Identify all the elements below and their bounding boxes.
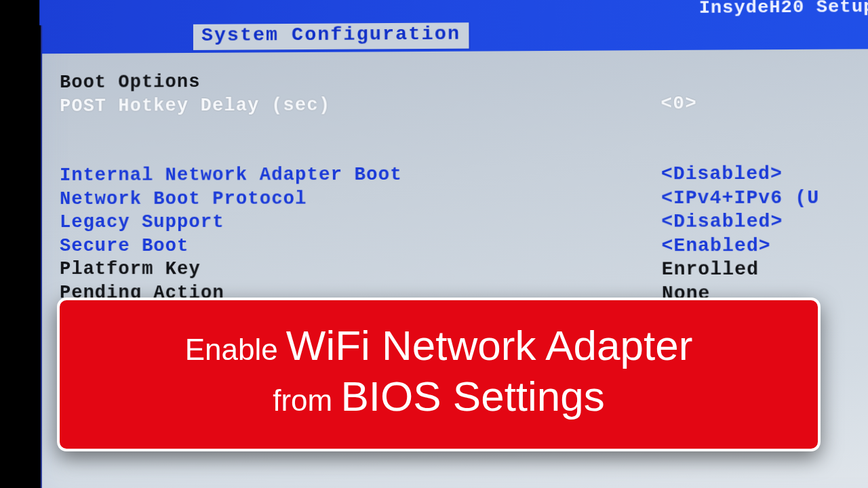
value-legacy-support: <Disabled> [661, 210, 868, 235]
label-internal-network-adapter-boot: Internal Network Adapter Boot [60, 163, 661, 188]
caption-part-bios: BIOS Settings [340, 373, 604, 420]
value-secure-boot: <Enabled> [661, 234, 868, 258]
overlay-caption: Enable WiFi Network Adapter from BIOS Se… [57, 298, 821, 451]
bios-tab-row: System Configuration [42, 20, 868, 54]
value-internal-network-adapter-boot: <Disabled> [661, 162, 868, 186]
value-platform-key: Enrolled [662, 258, 868, 283]
row-boot-options[interactable]: Boot Options [60, 67, 868, 95]
tab-label: System Configuration [201, 23, 460, 46]
caption-part-enable: Enable [185, 333, 286, 366]
caption-line-1: Enable WiFi Network Adapter [73, 321, 804, 371]
row-network-boot-protocol[interactable]: Network Boot Protocol <IPv4+IPv6 (U [60, 186, 868, 211]
bios-title-text: InsydeH20 Setup Ut [699, 0, 868, 18]
caption-line-2: from BIOS Settings [73, 371, 804, 422]
row-platform-key[interactable]: Platform Key Enrolled [60, 258, 868, 282]
caption-part-from: from [273, 384, 340, 417]
tab-row-spacer [42, 24, 192, 54]
label-network-boot-protocol: Network Boot Protocol [60, 186, 661, 211]
blank-row [60, 115, 868, 141]
bios-content: Boot Options POST Hotkey Delay (sec) <0>… [42, 49, 868, 306]
tab-system-configuration[interactable]: System Configuration [192, 21, 471, 52]
label-secure-boot: Secure Boot [60, 234, 662, 258]
label-legacy-support: Legacy Support [60, 210, 661, 234]
label-platform-key: Platform Key [60, 258, 662, 282]
row-secure-boot[interactable]: Secure Boot <Enabled> [60, 234, 868, 258]
row-post-hotkey-delay[interactable]: POST Hotkey Delay (sec) <0> [60, 91, 868, 118]
value-boot-options [660, 67, 868, 92]
value-post-hotkey-delay: <0> [660, 91, 868, 116]
caption-part-wifi: WiFi Network Adapter [286, 322, 693, 369]
label-boot-options: Boot Options [60, 68, 660, 94]
blank-row [60, 138, 868, 164]
value-network-boot-protocol: <IPv4+IPv6 (U [661, 186, 868, 210]
row-internal-network-adapter-boot[interactable]: Internal Network Adapter Boot <Disabled> [60, 162, 868, 188]
label-post-hotkey-delay: POST Hotkey Delay (sec) [60, 92, 660, 118]
row-legacy-support[interactable]: Legacy Support <Disabled> [60, 210, 868, 235]
